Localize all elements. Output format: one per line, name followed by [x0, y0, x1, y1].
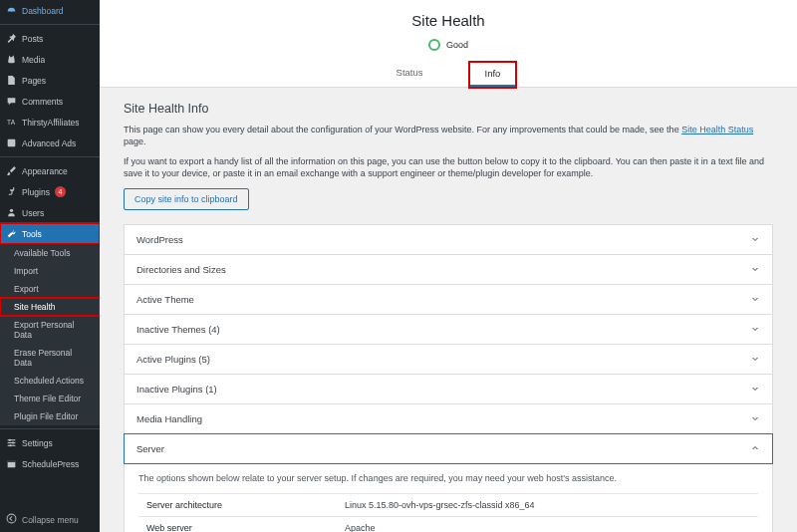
tab-info[interactable]: Info — [469, 62, 517, 88]
admin-sidebar: Dashboard Posts Media Pages Comments TAT… — [0, 0, 100, 532]
sidebar-item-label: SchedulePress — [22, 459, 79, 469]
sidebar-item-appearance[interactable]: Appearance — [0, 160, 100, 181]
submenu-export[interactable]: Export — [0, 280, 100, 298]
sidebar-item-pages[interactable]: Pages — [0, 70, 100, 91]
sidebar-item-tools[interactable]: Tools — [0, 223, 100, 244]
submenu-erase-personal-data[interactable]: Erase Personal Data — [0, 344, 100, 372]
sidebar-item-label: Media — [22, 55, 45, 65]
sidebar-item-label: Plugins — [22, 187, 50, 197]
accordion-media-handling[interactable]: Media Handling — [125, 404, 772, 434]
sidebar-item-label: Settings — [22, 438, 53, 448]
collapse-label: Collapse menu — [22, 515, 79, 525]
server-val: Apache — [337, 516, 758, 532]
submenu-available-tools[interactable]: Available Tools — [0, 244, 100, 262]
sidebar-item-advanced-ads[interactable]: Advanced Ads — [0, 133, 100, 153]
accordion-directories[interactable]: Directories and Sizes — [125, 255, 772, 285]
chevron-down-icon — [750, 413, 760, 423]
table-row: Server architectureLinux 5.15.80-ovh-vps… — [138, 493, 758, 516]
page-title: Site Health — [100, 12, 797, 29]
sidebar-item-users[interactable]: Users — [0, 202, 100, 223]
sidebar-item-label: Tools — [22, 229, 42, 239]
page-header: Site Health Good Status Info — [100, 0, 797, 88]
sidebar-item-posts[interactable]: Posts — [0, 28, 100, 49]
server-intro: The options shown below relate to your s… — [138, 473, 758, 483]
user-icon — [6, 207, 17, 218]
page-icon — [6, 75, 17, 86]
sidebar-item-label: Advanced Ads — [22, 138, 76, 148]
accordion-label: Inactive Plugins (1) — [136, 384, 217, 395]
server-key: Web server — [138, 516, 337, 532]
accordion-label: Server — [136, 443, 164, 454]
site-health-status-link[interactable]: Site Health Status — [681, 125, 753, 134]
accordion-active-plugins[interactable]: Active Plugins (5) — [125, 345, 772, 375]
accordion-inactive-themes[interactable]: Inactive Themes (4) — [125, 315, 772, 345]
settings-icon — [6, 437, 17, 448]
table-row: Web serverApache — [138, 516, 758, 532]
collapse-menu[interactable]: Collapse menu — [0, 507, 100, 532]
sidebar-item-label: Pages — [22, 76, 46, 86]
submenu-plugin-file-editor[interactable]: Plugin File Editor — [0, 407, 100, 425]
accordion-label: Media Handling — [136, 413, 202, 424]
accordion-wordpress[interactable]: WordPress — [125, 225, 772, 255]
dashboard-icon — [6, 5, 17, 16]
server-table: Server architectureLinux 5.15.80-ovh-vps… — [138, 493, 758, 532]
content-area[interactable]: Site Health Info This page can show you … — [100, 88, 797, 532]
submenu-scheduled-actions[interactable]: Scheduled Actions — [0, 372, 100, 390]
copy-site-info-button[interactable]: Copy site info to clipboard — [124, 188, 249, 210]
chevron-down-icon — [750, 294, 760, 304]
chevron-down-icon — [750, 384, 760, 394]
accordion-inactive-plugins[interactable]: Inactive Plugins (1) — [125, 375, 772, 404]
svg-text:TA: TA — [7, 119, 16, 126]
server-key: Server architecture — [138, 493, 337, 516]
sidebar-item-label: Posts — [22, 34, 43, 44]
comment-icon — [6, 96, 17, 107]
tab-status[interactable]: Status — [381, 61, 439, 87]
sidebar-item-label: Dashboard — [22, 6, 64, 16]
submenu-import[interactable]: Import — [0, 262, 100, 280]
svg-rect-0 — [11, 8, 12, 11]
submenu-site-health[interactable]: Site Health — [0, 298, 100, 316]
brush-icon — [6, 165, 17, 176]
accordion-label: Inactive Themes (4) — [136, 324, 220, 335]
accordion-server[interactable]: Server — [124, 433, 773, 464]
svg-point-12 — [7, 514, 16, 523]
svg-rect-2 — [8, 139, 16, 147]
svg-point-9 — [9, 444, 11, 446]
sidebar-item-thirstyaffiliates[interactable]: TAThirstyAffiliates — [0, 112, 100, 133]
site-health-status: Good — [100, 39, 797, 51]
chevron-down-icon — [750, 234, 760, 244]
sidebar-item-comments[interactable]: Comments — [0, 91, 100, 112]
info-accordion: WordPress Directories and Sizes Active T… — [124, 224, 773, 532]
sidebar-item-plugins[interactable]: Plugins4 — [0, 181, 100, 202]
accordion-label: WordPress — [136, 234, 183, 245]
wrench-icon — [6, 228, 17, 239]
plugin-icon — [6, 186, 17, 197]
accordion-label: Active Plugins (5) — [136, 354, 210, 365]
submenu-export-personal-data[interactable]: Export Personal Data — [0, 316, 100, 344]
sidebar-item-settings[interactable]: Settings — [0, 432, 100, 453]
chevron-up-icon — [750, 443, 760, 453]
svg-point-7 — [9, 439, 11, 441]
intro-para-1: This page can show you every detail abou… — [124, 124, 773, 147]
intro-para-2: If you want to export a handy list of al… — [124, 155, 773, 179]
chevron-down-icon — [750, 324, 760, 334]
schedule-icon — [6, 458, 17, 469]
tools-submenu: Available Tools Import Export Site Healt… — [0, 244, 100, 425]
sidebar-item-schedulepress[interactable]: SchedulePress — [0, 453, 100, 474]
tabs: Status Info — [100, 61, 797, 87]
media-icon — [6, 54, 17, 65]
sidebar-item-label: Comments — [22, 97, 63, 107]
pin-icon — [6, 33, 17, 44]
server-val: Linux 5.15.80-ovh-vps-grsec-zfs-classid … — [337, 493, 758, 516]
sidebar-item-media[interactable]: Media — [0, 49, 100, 70]
accordion-active-theme[interactable]: Active Theme — [125, 285, 772, 315]
section-title: Site Health Info — [124, 102, 773, 116]
status-circle-icon — [428, 39, 440, 51]
ta-icon: TA — [6, 117, 17, 128]
main-content: Site Health Good Status Info Site Health… — [100, 0, 797, 532]
submenu-theme-file-editor[interactable]: Theme File Editor — [0, 390, 100, 407]
chevron-down-icon — [750, 354, 760, 364]
sidebar-item-dashboard[interactable]: Dashboard — [0, 0, 100, 21]
sidebar-item-label: Users — [22, 208, 44, 218]
svg-point-8 — [12, 441, 14, 443]
